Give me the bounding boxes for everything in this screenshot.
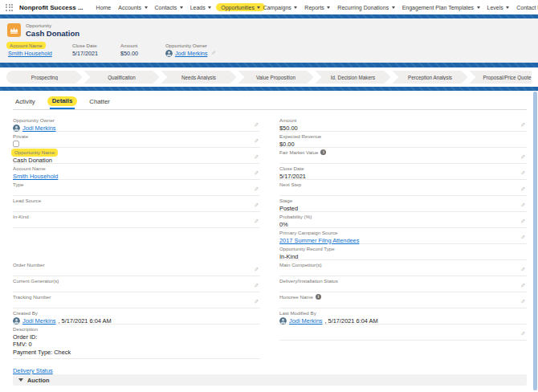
edit-pencil-icon[interactable] [520,202,525,208]
edit-pencil-icon[interactable] [520,283,525,288]
nav-item-engagement-plan-templates[interactable]: Engagement Plan Templates [402,5,480,10]
edit-pencil-icon[interactable] [254,283,259,288]
field-label: Expected Revenue [279,133,527,140]
info-icon [320,149,326,155]
field-label: Opportunity Owner [13,117,260,124]
edit-pencil-icon[interactable] [254,122,259,128]
field-value: Cash Donation [13,157,260,164]
field-label-text: Amount [120,43,137,48]
edit-pencil-icon[interactable] [254,154,259,160]
path-stage-qualification[interactable]: Qualification [84,71,160,84]
nav-item-opportunities[interactable]: Opportunities [216,3,265,11]
tab-details[interactable]: Details [50,94,75,109]
field-label-text: Close Date [279,165,304,172]
user-link[interactable]: Jodi Merkins [22,125,55,132]
user-link[interactable]: Jodi Merkins [175,50,207,57]
app-launcher-icon[interactable] [6,4,13,11]
edit-pencil-icon[interactable] [520,299,525,304]
nav-item-home[interactable]: Home [96,5,112,10]
field-value: Jodi Merkins [165,50,216,57]
field-value-text: $50.00 [120,50,138,57]
section-collapse-icon [18,378,23,382]
field-label: Amount [279,117,527,124]
field-value: Jodi Merkins, 5/17/2021 6:04 AM [279,317,527,325]
record-link[interactable]: Smith Household [13,173,58,180]
nav-item-reports[interactable]: Reports [304,5,330,10]
edit-pencil-icon[interactable] [211,50,215,56]
auction-section-header[interactable]: Auction [13,374,527,386]
nav-item-label: Campaigns [263,5,291,10]
path-stage-prospecting[interactable]: Prospecting [6,71,83,84]
field-value: Smith Household [13,173,260,180]
tab-activity[interactable]: Activity [15,94,35,109]
tab-label: Chatter [89,98,110,105]
field-label-text: Last Modified By [279,310,316,316]
field-label: Tracking Number [13,294,260,300]
edit-pencil-icon[interactable] [520,267,525,272]
field-value: 0% [279,221,527,228]
user-link[interactable]: Jodi Merkins [289,317,322,325]
field-value-text: Posted [279,205,298,212]
chevron-down-icon [208,6,211,9]
edit-pencil-icon[interactable] [520,331,525,337]
field-label-text: Stage [279,198,292,204]
user-avatar-icon [13,317,20,325]
edit-pencil-icon[interactable] [254,138,259,144]
nav-item-label: Levels [487,5,503,10]
path-stage-value-proposition[interactable]: Value Proposition [238,71,314,84]
nav-item-contacts[interactable]: Contacts [155,5,183,10]
edit-pencil-icon[interactable] [520,154,525,160]
nav-item-leads[interactable]: Leads [190,5,212,10]
field-label: Honoree Name [279,294,527,300]
field-value-text: $50.00 [279,125,298,132]
chevron-down-icon [145,6,148,9]
edit-pencil-icon[interactable] [520,122,525,128]
field-label: Next Step [279,182,527,188]
field-value: Order ID:FMV: 0Payment Type: Check [13,333,260,357]
field-private: Private [13,132,260,148]
field-label: Order Number [13,262,260,268]
edit-pencil-icon[interactable] [520,235,525,240]
path-stage-id-decision-makers[interactable]: Id. Decision Makers [315,71,391,84]
edit-pencil-icon[interactable] [254,299,259,304]
private-checkbox[interactable] [13,141,19,147]
path-stage-proposal-price-quote[interactable]: Proposal/Price Quote [469,71,532,84]
field-label: Opportunity Owner [165,43,216,48]
nav-item-accounts[interactable]: Accounts [118,5,147,10]
sales-path-card: ProspectingQualificationNeeds AnalysisVa… [0,67,538,87]
record-link[interactable]: 2017 Summer Filng Attendees [279,237,359,244]
chevron-down-icon [257,6,260,9]
edit-pencil-icon[interactable] [520,218,525,224]
edit-pencil-icon[interactable] [254,218,259,224]
nav-item-recurring-donations[interactable]: Recurring Donations [337,5,394,10]
user-link[interactable]: Jodi Merkins [22,317,55,325]
nav-item-campaigns[interactable]: Campaigns [263,5,297,10]
field-type: Type [13,180,260,196]
edit-pencil-icon[interactable] [254,186,259,192]
edit-pencil-icon[interactable] [254,202,259,208]
field-label: Close Date [279,165,527,172]
edit-pencil-icon[interactable] [254,267,259,272]
field-label-text: Private [13,133,28,140]
path-stage-label: Qualification [100,75,143,80]
path-stage-needs-analysis[interactable]: Needs Analysis [161,71,237,84]
field-label-text: Close Date [72,43,97,48]
field-label-text: Order Number [13,262,45,268]
tab-chatter[interactable]: Chatter [89,94,110,109]
record-tabs: ActivityDetailsChatter [13,94,527,110]
nav-item-contact-merge[interactable]: Contact Merge [516,5,538,10]
field-label: Last Modified By [279,310,527,316]
edit-pencil-icon[interactable] [254,170,259,176]
field-current-generator(s): Current Generator(s) [13,276,260,292]
edit-pencil-icon[interactable] [520,170,525,176]
path-stage-perception-analysis[interactable]: Perception Analysis [392,71,468,84]
field-created-by: Created ByJodi Merkins, 5/17/2021 6:04 A… [13,308,260,325]
field-account-name: Account NameSmith Household [13,164,260,180]
field-link[interactable]: Delivery Status [13,367,53,374]
nav-item-levels[interactable]: Levels [487,5,510,10]
edit-pencil-icon[interactable] [520,186,525,192]
record-link[interactable]: Smith Household [8,50,52,57]
vertical-scrollbar[interactable] [533,92,537,390]
field-value: $50.00 [120,50,154,57]
field-label-text: Probability (%) [279,214,312,220]
